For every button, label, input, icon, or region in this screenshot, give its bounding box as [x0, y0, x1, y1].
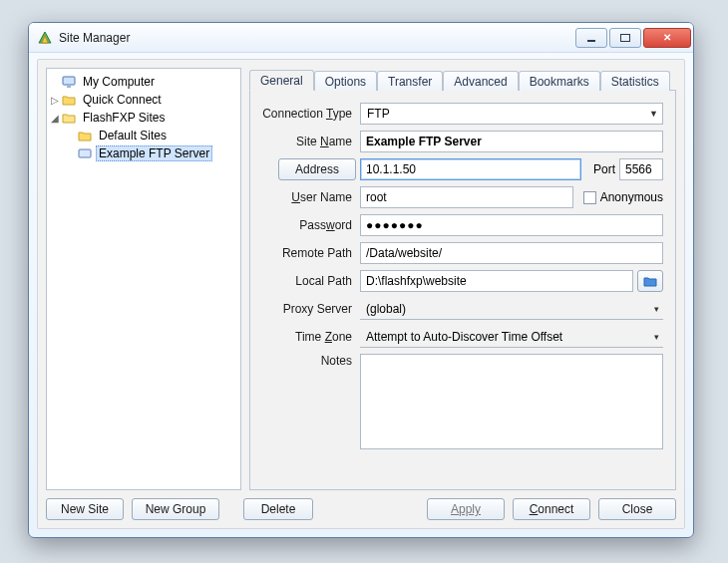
tree-default-sites[interactable]: Default Sites: [49, 127, 238, 144]
tab-strip: General Options Transfer Advanced Bookma…: [249, 68, 676, 90]
label-user-name: User Name: [250, 190, 360, 204]
svg-rect-2: [587, 40, 595, 42]
client-area: My Computer ▷ Quick Connect ◢ FlashFXP S…: [37, 59, 685, 529]
tab-options[interactable]: Options: [314, 71, 377, 91]
label-connection-type: Connection Type: [250, 107, 360, 121]
port-input[interactable]: [619, 158, 663, 180]
site-tree[interactable]: My Computer ▷ Quick Connect ◢ FlashFXP S…: [46, 68, 241, 490]
new-group-button[interactable]: New Group: [132, 498, 219, 520]
svg-rect-5: [67, 86, 71, 88]
expand-icon[interactable]: ▷: [49, 95, 61, 106]
label-anonymous: Anonymous: [600, 190, 663, 204]
button-bar: New Site New Group Delete Apply Connect …: [46, 490, 676, 520]
address-button[interactable]: Address: [278, 158, 356, 180]
password-input[interactable]: [360, 214, 663, 236]
window-title: Site Manager: [59, 31, 130, 45]
delete-button[interactable]: Delete: [243, 498, 313, 520]
titlebar: Site Manager ✕: [29, 23, 693, 53]
tab-statistics[interactable]: Statistics: [600, 71, 670, 91]
site-manager-window: Site Manager ✕ My Computer ▷ Quick Conne…: [28, 22, 694, 538]
tab-general[interactable]: General: [249, 70, 314, 91]
svg-rect-3: [621, 34, 630, 41]
svg-rect-4: [63, 77, 75, 85]
remote-path-input[interactable]: [360, 242, 663, 264]
anonymous-checkbox[interactable]: [583, 191, 596, 204]
maximize-button[interactable]: [609, 28, 641, 48]
chevron-down-icon: ▼: [649, 109, 658, 119]
folder-icon: [61, 93, 77, 107]
folder-open-icon: [61, 111, 77, 125]
label-proxy-server: Proxy Server: [250, 302, 360, 316]
app-icon: [37, 30, 53, 46]
label-notes: Notes: [250, 354, 360, 368]
browse-local-path-button[interactable]: [637, 270, 663, 292]
notes-textarea[interactable]: [360, 354, 663, 449]
folder-icon: [77, 129, 93, 142]
tree-my-computer[interactable]: My Computer: [49, 73, 238, 91]
minimize-button[interactable]: [575, 28, 607, 48]
label-local-path: Local Path: [250, 274, 360, 288]
apply-button[interactable]: Apply: [427, 498, 505, 520]
tab-bookmarks[interactable]: Bookmarks: [519, 71, 600, 91]
label-time-zone: Time Zone: [250, 330, 360, 344]
time-zone-combo[interactable]: Attempt to Auto-Discover Time Offset ▾: [360, 326, 663, 348]
label-password: Password: [250, 218, 360, 232]
local-path-input[interactable]: [360, 270, 633, 292]
new-site-button[interactable]: New Site: [46, 498, 124, 520]
close-button[interactable]: Close: [598, 498, 676, 520]
connection-type-combo[interactable]: FTP ▼: [360, 103, 663, 125]
tree-selected-site[interactable]: Example FTP Server: [49, 144, 238, 162]
connect-button[interactable]: Connect: [513, 498, 590, 520]
chevron-down-icon: ▾: [654, 304, 659, 314]
label-port: Port: [589, 162, 619, 176]
tree-flashfxp-sites[interactable]: ◢ FlashFXP Sites: [49, 109, 238, 127]
address-input[interactable]: [360, 158, 581, 180]
label-remote-path: Remote Path: [250, 246, 360, 260]
folder-icon: [643, 275, 657, 287]
tab-body-general: Connection Type FTP ▼ Site Name Address: [249, 90, 676, 490]
tab-transfer[interactable]: Transfer: [377, 71, 443, 91]
collapse-icon[interactable]: ◢: [49, 113, 61, 124]
computer-icon: [61, 75, 77, 89]
site-icon: [77, 146, 93, 160]
chevron-down-icon: ▾: [654, 332, 659, 342]
tab-advanced[interactable]: Advanced: [443, 71, 518, 91]
detail-pane: General Options Transfer Advanced Bookma…: [249, 68, 676, 490]
tree-quick-connect[interactable]: ▷ Quick Connect: [49, 91, 238, 109]
label-site-name: Site Name: [250, 135, 360, 148]
username-input[interactable]: [360, 186, 573, 208]
close-window-button[interactable]: ✕: [643, 28, 691, 48]
svg-rect-6: [79, 149, 91, 157]
site-name-input[interactable]: [360, 131, 663, 152]
proxy-server-combo[interactable]: (global) ▾: [360, 298, 663, 320]
